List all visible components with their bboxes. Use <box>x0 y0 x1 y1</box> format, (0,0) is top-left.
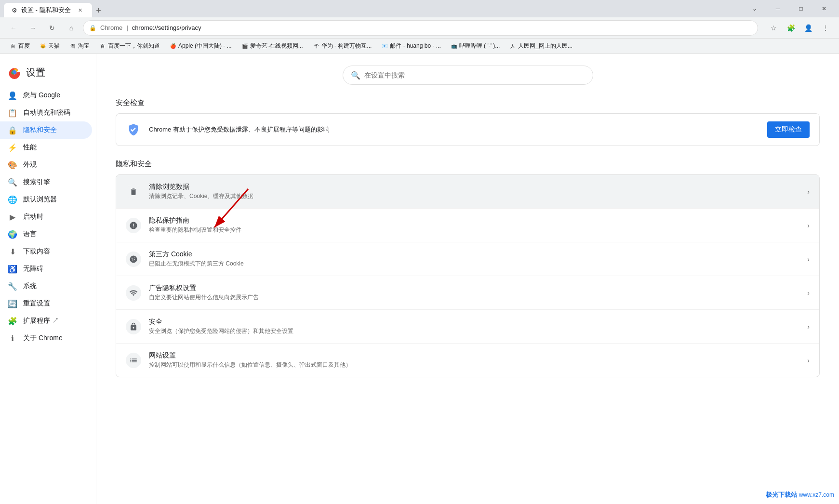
privacy-guide-desc: 检查重要的隐私控制设置和安全控件 <box>149 226 799 234</box>
bookmark-favicon-huawei: 华 <box>313 43 320 50</box>
clear-browsing-chevron-icon: › <box>807 188 810 196</box>
bookmark-label: 天猫 <box>48 42 60 50</box>
safety-check-description: Chrome 有助于保护您免受数据泄露、不良扩展程序等问题的影响 <box>149 125 759 134</box>
browser-frame: ⚙ 设置 - 隐私和安全 ✕ + ⌄ ─ □ ✕ ← → ↻ ⌂ 🔒 Chrom… <box>0 0 839 504</box>
more-menu-button[interactable]: ⋮ <box>818 20 833 36</box>
bookmark-label: 百度 <box>18 42 30 50</box>
new-tab-button[interactable]: + <box>92 4 106 17</box>
accessibility-icon: ♿ <box>8 264 17 274</box>
window-maximize-button[interactable]: □ <box>790 0 812 17</box>
navigation-bar: ← → ↻ ⌂ 🔒 Chrome | chrome://settings/pri… <box>0 17 839 39</box>
cookie-chevron-icon: › <box>807 255 810 263</box>
svg-point-5 <box>132 259 133 260</box>
sidebar-item-extensions[interactable]: 🧩 扩展程序 ↗ <box>0 312 92 330</box>
bookmark-taobao[interactable]: 淘 淘宝 <box>66 41 93 51</box>
bookmark-renmin[interactable]: 人 人民网_网上的人民... <box>506 41 576 51</box>
window-chevron-button[interactable]: ⌄ <box>744 0 766 17</box>
bookmarks-bar: 百 百度 🐱 天猫 淘 淘宝 百 百度一下，你就知道 🍎 Apple (中国大陆… <box>0 39 839 54</box>
sidebar-item-language[interactable]: 🌍 语言 <box>0 225 92 243</box>
settings-search-bar[interactable]: 🔍 <box>343 66 593 85</box>
security-chevron-icon: › <box>807 323 810 331</box>
safety-check-button[interactable]: 立即检查 <box>767 121 810 138</box>
clear-browsing-icon <box>126 184 141 199</box>
bookmark-favicon-baidu: 百 <box>10 43 16 50</box>
reload-button[interactable]: ↻ <box>44 20 60 36</box>
profile-button[interactable]: 👤 <box>800 20 816 36</box>
security-content: 安全 安全浏览（保护您免受危险网站的侵害）和其他安全设置 <box>149 318 799 335</box>
sidebar-item-startup[interactable]: ▶ 启动时 <box>0 208 92 225</box>
clear-browsing-content: 清除浏览数据 清除浏览记录、Cookie、缓存及其他数据 <box>149 183 799 200</box>
clear-browsing-desc: 清除浏览记录、Cookie、缓存及其他数据 <box>149 192 799 200</box>
sidebar-item-google[interactable]: 👤 您与 Google <box>0 87 92 104</box>
tab-close-button[interactable]: ✕ <box>77 6 84 14</box>
active-tab[interactable]: ⚙ 设置 - 隐私和安全 ✕ <box>4 3 92 17</box>
bookmark-label: 哔哩哔哩 ( '-' )... <box>459 42 500 50</box>
bookmark-iqiyi[interactable]: 🎬 爱奇艺-在线视频网... <box>238 41 307 51</box>
svg-point-6 <box>134 259 135 260</box>
search-engine-icon: 🔍 <box>8 177 17 187</box>
nav-right-buttons: ☆ 🧩 👤 ⋮ <box>766 20 833 36</box>
sidebar-item-search[interactable]: 🔍 搜索引擎 <box>0 173 92 191</box>
privacy-section-title: 隐私和安全 <box>116 159 820 169</box>
sidebar-item-about[interactable]: ℹ 关于 Chrome <box>0 330 92 347</box>
appearance-icon: 🎨 <box>8 160 17 170</box>
sidebar-label-language: 语言 <box>23 230 37 239</box>
third-party-cookie-item[interactable]: 第三方 Cookie 已阻止在无痕模式下的第三方 Cookie › <box>116 242 819 276</box>
address-bar[interactable]: 🔒 Chrome | chrome://settings/privacy <box>83 20 758 36</box>
privacy-guide-content: 隐私保护指南 检查重要的隐私控制设置和安全控件 <box>149 216 799 234</box>
window-minimize-button[interactable]: ─ <box>767 0 789 17</box>
address-separator: | <box>126 24 128 31</box>
bookmark-bilibili[interactable]: 📺 哔哩哔哩 ( '-' )... <box>447 41 504 51</box>
site-settings-item[interactable]: 网站设置 控制网站可以使用和显示什么信息（如位置信息、摄像头、弹出式窗口及其他）… <box>116 344 819 377</box>
sidebar: 设置 👤 您与 Google 📋 自动填充和密码 🔒 隐私和安全 ⚡ 性能 🎨 … <box>0 54 96 504</box>
bookmark-baidu-search[interactable]: 百 百度一下，你就知道 <box>95 41 164 51</box>
sidebar-app-title: 设置 <box>26 66 45 79</box>
bookmark-favicon-renmin: 人 <box>509 43 516 50</box>
privacy-guide-item[interactable]: 隐私保护指南 检查重要的隐私控制设置和安全控件 › <box>116 209 819 242</box>
back-button[interactable]: ← <box>6 20 21 36</box>
home-button[interactable]: ⌂ <box>64 20 79 36</box>
about-icon: ℹ <box>8 333 17 343</box>
site-settings-title: 网站设置 <box>149 351 799 360</box>
main-area: 设置 👤 您与 Google 📋 自动填充和密码 🔒 隐私和安全 ⚡ 性能 🎨 … <box>0 54 839 504</box>
sidebar-item-system[interactable]: 🔧 系统 <box>0 278 92 295</box>
window-close-button[interactable]: ✕ <box>813 0 835 17</box>
sidebar-item-downloads[interactable]: ⬇ 下载内容 <box>0 243 92 260</box>
performance-icon: ⚡ <box>8 143 17 152</box>
clear-browsing-item[interactable]: 清除浏览数据 清除浏览记录、Cookie、缓存及其他数据 › <box>116 175 819 209</box>
sidebar-label-google: 您与 Google <box>23 91 60 100</box>
extension-puzzle-button[interactable]: 🧩 <box>783 20 799 36</box>
ad-privacy-item[interactable]: 广告隐私权设置 自定义要让网站使用什么信息向您展示广告 › <box>116 276 819 310</box>
sidebar-label-reset: 重置设置 <box>23 299 50 308</box>
security-desc: 安全浏览（保护您免受危险网站的侵害）和其他安全设置 <box>149 327 799 335</box>
ad-privacy-desc: 自定义要让网站使用什么信息向您展示广告 <box>149 293 799 302</box>
privacy-guide-title: 隐私保护指南 <box>149 216 799 225</box>
bookmark-huawei[interactable]: 华 华为 - 构建万物互... <box>309 41 376 51</box>
sidebar-item-performance[interactable]: ⚡ 性能 <box>0 139 92 156</box>
sidebar-item-accessibility[interactable]: ♿ 无障碍 <box>0 260 92 278</box>
clear-browsing-title: 清除浏览数据 <box>149 183 799 191</box>
sidebar-label-browser: 默认浏览器 <box>23 195 57 204</box>
tab-bar: ⚙ 设置 - 隐私和安全 ✕ + <box>4 0 106 17</box>
bookmark-mail[interactable]: 📧 邮件 - huang bo - ... <box>377 41 444 51</box>
bookmark-apple[interactable]: 🍎 Apple (中国大陆) - ... <box>166 41 236 51</box>
security-item[interactable]: 安全 安全浏览（保护您免受危险网站的侵害）和其他安全设置 › <box>116 310 819 344</box>
autofill-icon: 📋 <box>8 108 17 118</box>
bookmark-label: 爱奇艺-在线视频网... <box>250 42 303 50</box>
bookmark-baidu[interactable]: 百 百度 <box>6 41 34 51</box>
bookmark-tianmao[interactable]: 🐱 天猫 <box>36 41 64 51</box>
sidebar-item-appearance[interactable]: 🎨 外观 <box>0 156 92 173</box>
safety-check-title: 安全检查 <box>116 98 820 107</box>
cookie-icon <box>126 252 141 267</box>
sidebar-label-about: 关于 Chrome <box>23 334 63 343</box>
google-icon: 👤 <box>8 91 17 100</box>
sidebar-item-privacy[interactable]: 🔒 隐私和安全 <box>0 121 92 139</box>
settings-search-input[interactable] <box>364 71 585 79</box>
bookmark-label: 邮件 - huang bo - ... <box>390 42 440 50</box>
sidebar-item-reset[interactable]: 🔄 重置设置 <box>0 295 92 312</box>
bookmark-star-button[interactable]: ☆ <box>766 20 781 36</box>
forward-button[interactable]: → <box>25 20 40 36</box>
cookie-desc: 已阻止在无痕模式下的第三方 Cookie <box>149 260 799 268</box>
sidebar-item-autofill[interactable]: 📋 自动填充和密码 <box>0 104 92 121</box>
sidebar-item-default-browser[interactable]: 🌐 默认浏览器 <box>0 191 92 208</box>
